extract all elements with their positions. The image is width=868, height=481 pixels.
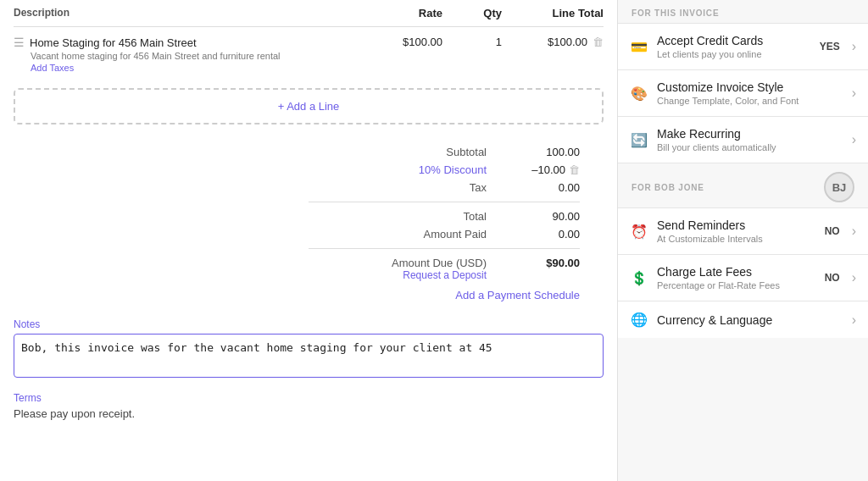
line-item-subtitle: Vacant home staging for 456 Main Street … xyxy=(31,51,358,61)
invoice-style-icon: 🎨 xyxy=(630,86,648,102)
currency-item[interactable]: 🌐 Currency & Language › xyxy=(618,301,868,338)
recurring-arrow-icon: › xyxy=(852,132,856,147)
amount-due-main-label: Amount Due (USD) xyxy=(385,257,487,269)
amount-paid-label: Amount Paid xyxy=(385,228,487,240)
credit-cards-content: Accept Credit Cards Let clients pay you … xyxy=(657,34,811,59)
currency-title: Currency & Language xyxy=(657,313,843,327)
invoice-style-item[interactable]: 🎨 Customize Invoice Style Change Templat… xyxy=(618,70,868,117)
line-item-rate: $100.00 xyxy=(358,36,442,48)
discount-label[interactable]: 10% Discount xyxy=(385,163,487,176)
totals-divider-2 xyxy=(309,248,580,249)
request-deposit-link[interactable]: Request a Deposit xyxy=(385,269,487,281)
tax-label: Tax xyxy=(385,181,487,194)
late-fees-subtitle: Percentage or Flat-Rate Fees xyxy=(657,280,816,290)
reminders-icon: ⏰ xyxy=(630,224,648,240)
recurring-content: Make Recurring Bill your clients automat… xyxy=(657,127,843,152)
table-header: Description Rate Qty Line Total xyxy=(14,0,604,27)
reminders-arrow-icon: › xyxy=(852,224,856,239)
add-taxes-link[interactable]: Add Taxes xyxy=(31,63,358,73)
for-this-invoice-header: FOR THIS INVOICE xyxy=(618,0,868,23)
line-item-total-wrap: $100.00 🗑 xyxy=(502,36,604,48)
late-fees-item[interactable]: 💲 Charge Late Fees Percentage or Flat-Ra… xyxy=(618,255,868,301)
currency-arrow-icon: › xyxy=(852,312,856,328)
late-fees-content: Charge Late Fees Percentage or Flat-Rate… xyxy=(657,265,816,290)
line-item-total: $100.00 xyxy=(548,36,587,48)
subtotal-value: 100.00 xyxy=(520,146,580,158)
drag-handle-icon[interactable]: ☰ xyxy=(14,36,25,49)
add-line-button[interactable]: + Add a Line xyxy=(14,88,604,124)
line-item-description: ☰ Home Staging for 456 Main Street Vacan… xyxy=(14,36,358,73)
client-avatar: BJ xyxy=(824,172,854,202)
totals-divider xyxy=(309,202,580,202)
recurring-title: Make Recurring xyxy=(657,127,843,141)
subtotal-row: Subtotal 100.00 xyxy=(309,143,580,161)
reminders-content: Send Reminders At Customizable Intervals xyxy=(657,218,816,244)
remove-discount-icon[interactable]: 🗑 xyxy=(569,163,580,176)
send-reminders-item[interactable]: ⏰ Send Reminders At Customizable Interva… xyxy=(618,208,868,255)
tax-value: 0.00 xyxy=(520,181,580,194)
amount-due-label-wrap: Amount Due (USD) Request a Deposit xyxy=(385,257,487,281)
discount-row: 10% Discount –10.00 🗑 xyxy=(309,161,580,179)
col-qty-header: Qty xyxy=(442,7,502,19)
credit-cards-subtitle: Let clients pay you online xyxy=(657,49,811,59)
recurring-icon: 🔄 xyxy=(630,132,648,148)
line-item-row: ☰ Home Staging for 456 Main Street Vacan… xyxy=(14,27,604,76)
invoice-style-arrow-icon: › xyxy=(852,86,856,101)
amount-due-row: Amount Due (USD) Request a Deposit $90.0… xyxy=(309,254,580,284)
col-rate-header: Rate xyxy=(358,7,442,19)
currency-icon: 🌐 xyxy=(630,312,648,328)
reminders-subtitle: At Customizable Intervals xyxy=(657,234,816,244)
totals-section: Subtotal 100.00 10% Discount –10.00 🗑 Ta… xyxy=(14,143,604,301)
terms-text: Please pay upon receipt. xyxy=(14,407,604,420)
invoice-style-content: Customize Invoice Style Change Template,… xyxy=(657,80,843,106)
currency-content: Currency & Language xyxy=(657,313,843,327)
amount-due-value: $90.00 xyxy=(520,257,580,281)
credit-cards-item[interactable]: 💳 Accept Credit Cards Let clients pay yo… xyxy=(618,24,868,70)
credit-card-icon: 💳 xyxy=(630,39,648,55)
invoice-style-subtitle: Change Template, Color, and Font xyxy=(657,96,843,106)
late-fees-title: Charge Late Fees xyxy=(657,265,816,279)
for-client-section: FOR BOB JONE BJ xyxy=(618,163,868,207)
invoice-style-title: Customize Invoice Style xyxy=(657,80,843,94)
recurring-subtitle: Bill your clients automatically xyxy=(657,142,843,152)
terms-label: Terms xyxy=(14,392,604,404)
reminders-title: Send Reminders xyxy=(657,218,816,232)
line-item-qty: 1 xyxy=(442,36,502,48)
total-label: Total xyxy=(385,210,487,223)
credit-cards-arrow-icon: › xyxy=(852,39,856,54)
amount-paid-value: 0.00 xyxy=(520,228,580,240)
terms-section: Terms Please pay upon receipt. xyxy=(14,392,604,420)
col-description-header: Description xyxy=(14,7,358,19)
col-total-header: Line Total xyxy=(502,7,604,19)
delete-line-icon[interactable]: 🗑 xyxy=(593,36,604,48)
late-fees-arrow-icon: › xyxy=(852,270,856,285)
for-client-label: FOR BOB JONE xyxy=(632,183,704,192)
left-panel: Description Rate Qty Line Total ☰ Home S… xyxy=(0,0,618,481)
payment-schedule-link[interactable]: Add a Payment Schedule xyxy=(455,289,580,301)
tax-row: Tax 0.00 xyxy=(309,179,580,196)
subtotal-label: Subtotal xyxy=(385,146,487,158)
total-value: 90.00 xyxy=(520,210,580,223)
notes-label: Notes xyxy=(14,318,604,330)
discount-value: –10.00 🗑 xyxy=(520,163,580,176)
amount-paid-row: Amount Paid 0.00 xyxy=(309,225,580,243)
total-row: Total 90.00 xyxy=(309,207,580,225)
right-panel: FOR THIS INVOICE 💳 Accept Credit Cards L… xyxy=(618,0,868,481)
late-fees-icon: 💲 xyxy=(630,270,648,286)
reminders-badge: NO xyxy=(825,225,840,237)
line-item-title: Home Staging for 456 Main Street xyxy=(30,36,197,49)
make-recurring-item[interactable]: 🔄 Make Recurring Bill your clients autom… xyxy=(618,117,868,163)
notes-input[interactable]: Bob, this invoice was for the vacant hom… xyxy=(14,334,604,378)
credit-cards-badge: YES xyxy=(820,41,840,53)
notes-section: Notes Bob, this invoice was for the vaca… xyxy=(14,318,604,380)
credit-cards-title: Accept Credit Cards xyxy=(657,34,811,47)
late-fees-badge: NO xyxy=(825,272,840,284)
